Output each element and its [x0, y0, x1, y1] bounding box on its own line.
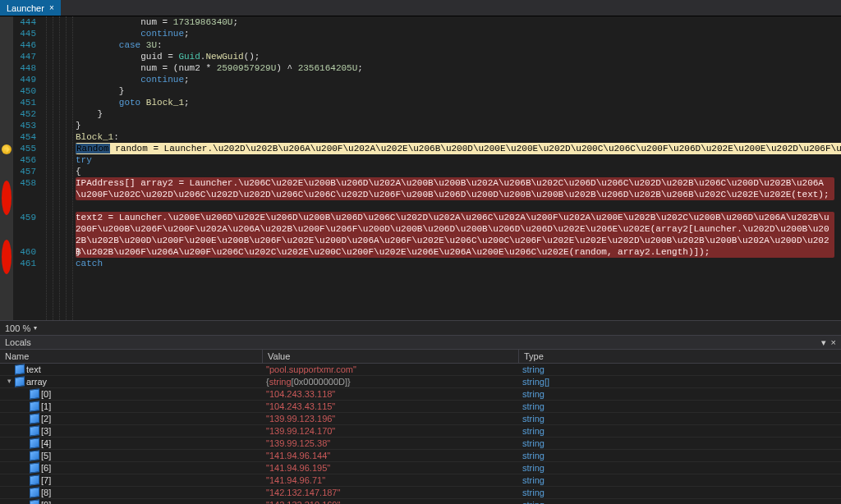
spacer	[20, 389, 28, 397]
line-number: 449	[13, 74, 36, 85]
code-line[interactable]: continue;	[76, 74, 838, 85]
col-type[interactable]: Type	[519, 350, 841, 363]
var-value: "141.94.96.144"	[263, 451, 519, 460]
var-name: [5]	[41, 451, 51, 460]
variable-icon	[30, 401, 39, 411]
code-line[interactable]: guid = Guid.NewGuid();	[76, 51, 838, 62]
line-number: 444	[13, 16, 36, 28]
line-number: 456	[13, 154, 36, 166]
var-value: "142.132.147.187"	[263, 488, 519, 497]
table-row[interactable]: [5]"141.94.96.144"string	[0, 450, 841, 462]
var-type: string	[519, 475, 841, 485]
table-row[interactable]: [3]"139.99.124.170"string	[0, 425, 841, 438]
spacer	[20, 414, 28, 422]
tab-label: Launcher	[7, 3, 44, 13]
current-line-icon	[2, 144, 11, 154]
spacer	[5, 364, 13, 373]
spacer	[20, 401, 28, 410]
var-type: string	[519, 364, 841, 374]
var-type: string	[519, 463, 841, 473]
var-value: "139.99.125.38"	[263, 438, 519, 448]
code-line[interactable]: }	[76, 108, 838, 120]
col-name[interactable]: Name	[0, 350, 263, 363]
code-line[interactable]: Block_1:	[76, 131, 838, 143]
indent-guides	[43, 16, 76, 320]
breakpoint-icon[interactable]	[2, 240, 11, 274]
chevron-down-icon[interactable]: ▾	[821, 337, 826, 348]
variable-icon	[30, 462, 39, 473]
var-type: string	[519, 426, 841, 436]
code-line[interactable]: {	[76, 166, 838, 177]
line-number: 450	[13, 85, 36, 97]
glyph-margin[interactable]	[0, 16, 13, 320]
variable-icon	[30, 388, 39, 399]
var-value: {string[0x0000000D]}	[263, 377, 519, 387]
code-line[interactable]: num = 1731986340U;	[76, 16, 838, 28]
line-number: 448	[13, 62, 36, 74]
code-line[interactable]: Random random = Launcher.\u202D\u202B\u2…	[76, 143, 838, 154]
document-tabbar: Launcher ×	[0, 0, 841, 16]
table-row[interactable]: [8]"142.132.147.187"string	[0, 487, 841, 499]
var-type: string	[519, 438, 841, 448]
code-line[interactable]: case 3U:	[76, 39, 838, 51]
var-type: string[]	[519, 377, 841, 387]
var-name: [4]	[41, 438, 51, 448]
code-line[interactable]: text2 = Launcher.\u200E\u206D\u202E\u206…	[76, 212, 838, 246]
variable-icon	[30, 413, 39, 424]
var-name: [9]	[41, 500, 51, 504]
close-icon[interactable]: ×	[49, 3, 54, 12]
table-row[interactable]: [2]"139.99.123.196"string	[0, 413, 841, 425]
line-number: 461	[13, 258, 36, 269]
var-type: string	[519, 488, 841, 497]
code-line[interactable]: goto Block_1;	[76, 97, 838, 108]
variable-icon	[30, 450, 39, 460]
table-row[interactable]: text"pool.supportxmr.com"string	[0, 364, 841, 376]
variable-icon	[30, 425, 39, 436]
code-area[interactable]: num = 1731986340U; continue; case 3U: gu…	[76, 16, 841, 320]
code-line[interactable]: try	[76, 154, 838, 166]
line-number: 451	[13, 97, 36, 108]
code-line[interactable]: continue;	[76, 28, 838, 39]
var-value: "pool.supportxmr.com"	[263, 364, 519, 374]
code-line[interactable]: catch	[76, 258, 838, 269]
code-line[interactable]: num = (num2 * 2590957929U) ^ 2356164205U…	[76, 62, 838, 74]
var-value: "139.99.124.170"	[263, 426, 519, 436]
table-row[interactable]: [1]"104.243.43.115"string	[0, 401, 841, 413]
var-name: array	[26, 377, 47, 387]
spacer	[20, 451, 28, 459]
breakpoint-icon[interactable]	[2, 181, 11, 215]
close-icon[interactable]: ×	[831, 337, 836, 347]
var-name: [6]	[41, 463, 51, 473]
line-number: 457	[13, 166, 36, 177]
table-row[interactable]: [7]"141.94.96.71"string	[0, 474, 841, 487]
locals-panel-header: Locals ▾ ×	[0, 335, 841, 350]
var-value: "141.94.96.195"	[263, 463, 519, 473]
var-name: text	[26, 364, 41, 374]
variable-icon	[30, 499, 39, 504]
variable-icon	[15, 376, 25, 387]
table-row[interactable]: [4]"139.99.125.38"string	[0, 438, 841, 450]
spacer	[20, 438, 28, 447]
chevron-down-icon[interactable]: ▾	[5, 377, 13, 385]
table-row[interactable]: [9]"142.132.210.169"string	[0, 499, 841, 504]
chevron-down-icon[interactable]: ▾	[34, 324, 37, 332]
variable-icon	[30, 487, 39, 497]
col-value[interactable]: Value	[263, 350, 519, 363]
zoom-bar: 100 % ▾	[0, 320, 841, 335]
tab-launcher[interactable]: Launcher ×	[0, 0, 61, 16]
var-value: "142.132.210.169"	[263, 500, 519, 504]
code-line[interactable]: IPAddress[] array2 = Launcher.\u206C\u20…	[76, 177, 838, 212]
code-editor[interactable]: 4444454464474484494504514524534544554564…	[0, 16, 841, 320]
var-type: string	[519, 451, 841, 460]
table-row[interactable]: ▾ array{string[0x0000000D]}string[]	[0, 376, 841, 388]
code-line[interactable]: }	[76, 120, 838, 131]
table-row[interactable]: [0]"104.243.33.118"string	[0, 388, 841, 401]
var-value: "104.243.33.118"	[263, 389, 519, 399]
locals-columns: Name Value Type	[0, 350, 841, 364]
line-number: 453	[13, 120, 36, 131]
zoom-level[interactable]: 100 %	[5, 323, 30, 333]
table-row[interactable]: [6]"141.94.96.195"string	[0, 462, 841, 474]
line-number: 446	[13, 39, 36, 51]
code-line[interactable]: }	[76, 85, 838, 97]
line-number: 460	[13, 246, 36, 258]
